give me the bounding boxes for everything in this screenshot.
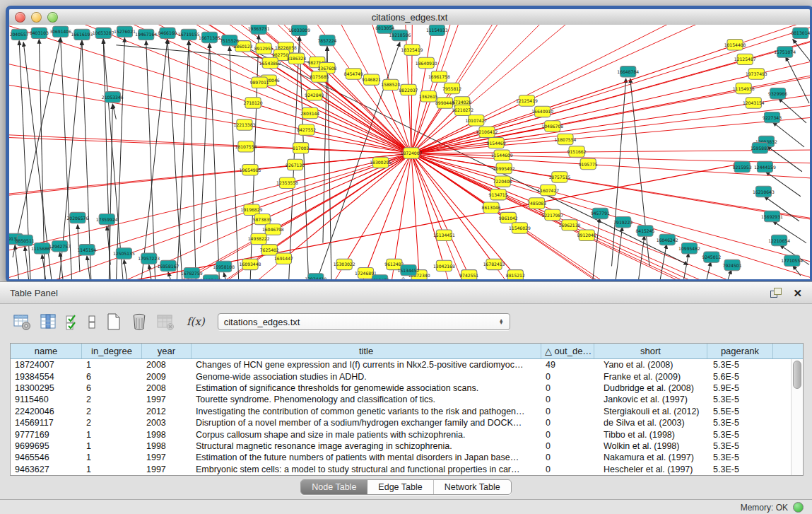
graph-node[interactable]: 7857224 <box>317 35 336 45</box>
graph-node[interactable]: 9742551 <box>459 270 478 279</box>
graph-node[interactable]: 8175685 <box>310 71 329 82</box>
graph-node[interactable]: 12210654 <box>768 235 790 245</box>
table-row[interactable]: 1938455462009Genome-wide association stu… <box>11 370 792 382</box>
graph-node[interactable]: 11154933 <box>426 25 448 35</box>
graph-node[interactable]: 7515526 <box>220 35 239 45</box>
graph-node[interactable]: 15303022 <box>334 259 355 269</box>
graph-node[interactable]: 18640910 <box>416 57 437 68</box>
table-cell[interactable]: 2 <box>82 395 142 404</box>
graph-node[interactable]: 12213383 <box>234 119 256 130</box>
table-cell[interactable]: 5.3E-5 <box>707 418 773 428</box>
graph-node[interactable]: 21053346 <box>102 92 124 103</box>
graph-node[interactable]: 8822037 <box>399 84 418 95</box>
network-graph[interactable]: 8860123891295518226058982750816543862818… <box>9 25 810 279</box>
table-cell[interactable]: Estimation of significance thresholds fo… <box>192 383 541 393</box>
table-cell[interactable]: Jankovic et al. (1997) <box>594 395 707 404</box>
table-cell[interactable]: Disruption of a novel member of a sodium… <box>192 418 541 428</box>
graph-node[interactable]: 7485083 <box>527 198 546 209</box>
table-cell[interactable]: 0 <box>541 452 594 462</box>
graph-node[interactable]: 11607427 <box>537 185 559 195</box>
table-cell[interactable]: 1 <box>82 452 142 462</box>
graph-node[interactable]: 15134451 <box>433 230 455 240</box>
table-cell[interactable]: 14569117 <box>11 418 82 428</box>
graph-node[interactable]: 19218586 <box>389 30 411 40</box>
table-cell[interactable]: 5.3E-5 <box>707 360 773 370</box>
table-row[interactable]: 1830029562008Estimation of significance … <box>11 382 792 394</box>
table-cell[interactable]: 0 <box>541 372 594 382</box>
graph-node[interactable]: 11546029 <box>509 223 531 233</box>
table-row[interactable]: 946554611997Estimation of the future num… <box>11 452 792 463</box>
graph-node[interactable]: 16958108 <box>213 261 235 271</box>
tab-node-table[interactable]: Node Table <box>301 480 367 494</box>
table-settings-icon[interactable] <box>13 313 32 332</box>
minimize-window-icon[interactable] <box>31 12 42 23</box>
graph-node[interactable]: 17957223 <box>138 253 160 264</box>
graph-node[interactable]: 7919223 <box>613 217 632 228</box>
table-row[interactable]: 1456911722003Disruption of a novel membe… <box>11 417 792 428</box>
network-canvas[interactable]: 8860123891295518226058982750816543862818… <box>9 25 810 279</box>
table-row[interactable]: 911546021997Tourette syndrome. Phenomeno… <box>11 394 792 405</box>
graph-node[interactable]: 10486708 <box>541 121 563 132</box>
graph-node[interactable]: 15751074 <box>774 47 796 57</box>
table-row[interactable]: 946362711997Embryonic stem cells: a mode… <box>11 464 792 475</box>
table-cell[interactable]: de Silva et al. (2003) <box>594 418 707 428</box>
graph-node[interactable]: 16671385 <box>199 32 220 42</box>
column-header[interactable]: name <box>11 344 82 358</box>
graph-node[interactable]: 19467164 <box>135 29 157 40</box>
table-cell[interactable]: Tourette syndrome. Phenomenology and cla… <box>192 395 541 404</box>
graph-node[interactable]: 16782759 <box>181 268 203 279</box>
table-cell[interactable]: 9699695 <box>11 441 82 451</box>
table-cell[interactable]: 5.9E-5 <box>707 383 773 393</box>
graph-node[interactable]: 817003 <box>293 143 309 153</box>
table-cell[interactable]: Hescheler et al. (1997) <box>594 465 707 474</box>
column-header[interactable]: pagerank <box>707 344 773 358</box>
graph-node[interactable]: 18325419 <box>401 45 423 55</box>
table-cell[interactable]: 5.5E-5 <box>707 407 773 416</box>
graph-node[interactable]: 1588520 <box>381 79 400 90</box>
graph-node[interactable]: 30691406 <box>49 26 71 37</box>
graph-node[interactable]: 5873835 <box>253 214 272 224</box>
graph-node[interactable]: 9897011 <box>250 77 269 88</box>
column-header[interactable]: year <box>142 344 192 358</box>
graph-node[interactable]: 2803144 <box>300 107 319 118</box>
graph-node[interactable]: 10107427 <box>465 115 487 126</box>
graph-node[interactable]: 12106412 <box>476 127 498 137</box>
table-cell[interactable]: 0 <box>541 407 594 416</box>
select-rows-icon[interactable] <box>65 313 81 332</box>
graph-node[interactable]: 8912046 <box>577 230 596 240</box>
table-cell[interactable]: 1998 <box>142 441 192 451</box>
table-cell[interactable]: 0 <box>541 418 594 428</box>
graph-node[interactable]: 16210272 <box>452 105 473 115</box>
graph-node[interactable]: 13042168 <box>433 260 455 271</box>
graph-node[interactable]: 12125419 <box>516 95 538 106</box>
graph-node[interactable]: 12444159 <box>754 161 776 172</box>
graph-node[interactable]: 10154408 <box>724 40 746 50</box>
graph-node[interactable]: 11544609 <box>491 150 513 160</box>
graph-node[interactable]: 8990448 <box>435 98 454 108</box>
table-cell[interactable]: 5.3E-5 <box>707 465 773 474</box>
graph-node[interactable]: 2040557 <box>10 29 29 40</box>
show-column-icon[interactable] <box>39 313 58 332</box>
graph-node[interactable]: 10995492 <box>493 163 515 173</box>
table-cell[interactable]: Tibbo et al. (1998) <box>594 430 707 440</box>
graph-node[interactable]: 8415245 <box>635 226 654 236</box>
table-cell[interactable]: Nakamura et al. (1997) <box>594 452 707 462</box>
graph-node[interactable]: 15692931 <box>761 211 783 221</box>
graph-node[interactable]: 16961758 <box>428 71 450 82</box>
table-cell[interactable]: 1 <box>82 465 142 474</box>
table-cell[interactable]: 49 <box>541 360 594 370</box>
column-header[interactable]: short <box>594 344 707 358</box>
graph-node[interactable]: 16962138 <box>559 220 581 230</box>
table-cell[interactable]: 2008 <box>142 383 192 393</box>
table-cell[interactable]: 2 <box>82 407 142 416</box>
table-cell[interactable]: 0 <box>541 465 594 474</box>
graph-node[interactable]: 16046242 <box>657 234 678 245</box>
graph-node[interactable]: 16093448 <box>240 259 261 269</box>
row-height-icon[interactable] <box>88 313 98 332</box>
graph-node[interactable]: 16958167 <box>158 260 180 271</box>
table-cell[interactable]: 0 <box>541 395 594 404</box>
table-cell[interactable]: 1997 <box>142 452 192 462</box>
float-panel-icon[interactable] <box>770 288 782 298</box>
table-cell[interactable]: 1 <box>82 430 142 440</box>
close-window-icon[interactable] <box>15 12 25 23</box>
